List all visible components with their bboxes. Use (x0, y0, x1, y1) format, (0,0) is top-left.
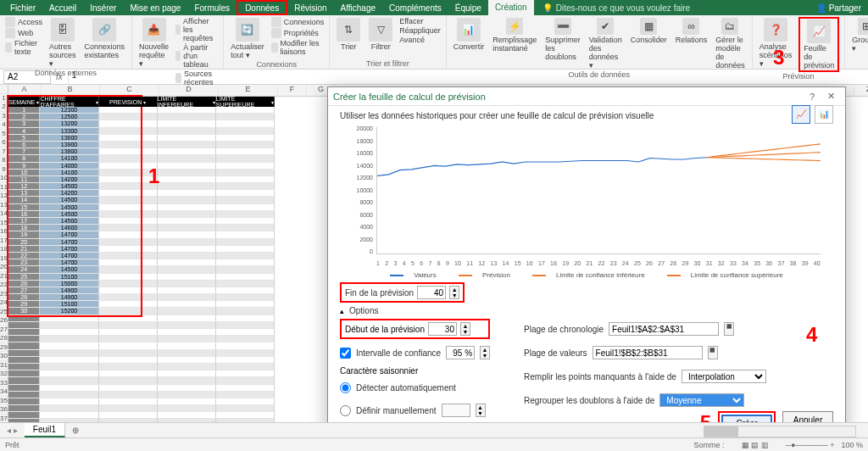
dialog-description: Utiliser les données historiques pour cr… (340, 111, 833, 120)
refresh-icon: 🔄 (236, 18, 259, 42)
formula-bar: A2 fx 1 (0, 70, 868, 85)
horizontal-scrollbar[interactable] (704, 426, 856, 437)
btn-supprimer-doublons[interactable]: ➖Supprimer les doublons (543, 17, 582, 62)
btn-gerer-modele[interactable]: 🗂Gérer le modèle de données (714, 17, 747, 70)
status-sum: Somme : (694, 441, 725, 449)
annotation-3: 3 (773, 46, 784, 70)
btn-validation[interactable]: ✔Validation des données ▾ (587, 17, 624, 70)
sort-icon: ⇅ (337, 18, 360, 42)
btn-afficher-requetes[interactable]: Afficher les requêtes (175, 17, 218, 42)
btn-fichier-texte[interactable]: Fichier texte (5, 39, 42, 56)
btn-consolider[interactable]: ▦Consolider (629, 17, 669, 45)
options-label[interactable]: Options (349, 306, 378, 315)
remplir-label: Remplir les points manquants à l'aide de (524, 372, 676, 381)
btn-reappliquer[interactable]: Réappliquer (399, 26, 441, 35)
btn-connexions-existantes[interactable]: 🔗Connexions existantes (83, 17, 127, 60)
btn-relations[interactable]: ∞Relations (674, 17, 709, 45)
tab-fichier[interactable]: Fichier (3, 0, 42, 15)
chart-legend: Valeurs Prévision Limite de confiance in… (340, 271, 833, 279)
intervalle-input[interactable] (446, 346, 475, 359)
btn-actualiser-tout[interactable]: 🔄Actualiser tout ▾ (229, 17, 266, 60)
btn-nouvelle-requete[interactable]: 📥Nouvelle requête ▾ (137, 17, 170, 69)
detect-auto-label: Détecter automatiquement (356, 383, 456, 393)
valeurs-picker[interactable]: ▦ (708, 346, 718, 359)
btn-trier[interactable]: ⇅Trier (335, 17, 362, 52)
sheet-nav[interactable]: ◂ ▸ (0, 426, 25, 435)
tab-mise-en-page[interactable]: Mise en page (123, 0, 187, 15)
btn-recent-sources[interactable]: Sources récentes (175, 70, 218, 86)
fin-prevision-input[interactable] (417, 286, 446, 299)
chrono-input[interactable] (609, 322, 719, 336)
btn-effacer[interactable]: Effacer (399, 17, 441, 25)
zoom-slider[interactable]: ─●────── + (786, 441, 835, 449)
btn-proprietes[interactable]: Propriétés (271, 28, 325, 38)
definir-manuel-radio[interactable] (340, 405, 351, 416)
bulb-icon: 💡 (542, 3, 553, 13)
tab-creation[interactable]: Création (488, 0, 534, 15)
definir-manuel-input[interactable] (442, 404, 470, 417)
filter-icon: ▽ (369, 18, 392, 42)
btn-avance[interactable]: Avancé (399, 36, 441, 44)
tab-revision[interactable]: Révision (287, 0, 333, 15)
chart-type-column-button[interactable]: 📊 (815, 105, 833, 124)
fin-prevision-spinner[interactable]: ▲▼ (449, 286, 459, 299)
tab-equipe[interactable]: Équipe (448, 0, 488, 15)
tab-donnees[interactable]: Données (236, 0, 287, 15)
chrono-picker[interactable]: ▦ (724, 322, 734, 336)
tab-formules[interactable]: Formules (187, 0, 236, 15)
tab-affichage[interactable]: Affichage (334, 0, 383, 15)
status-bar: Prêt Somme : ▦ ▤ ▥ ─●────── + 100 % (0, 437, 868, 451)
zoom-level[interactable]: 100 % (841, 441, 863, 449)
intervalle-checkbox[interactable] (340, 348, 351, 359)
ribbon: Access Web Fichier texte 🗄Autres sources… (0, 15, 868, 70)
intervalle-label: Intervalle de confiance (356, 348, 441, 358)
btn-connexions[interactable]: Connexions (271, 17, 325, 27)
btn-convertir[interactable]: 📊Convertir (452, 17, 487, 52)
dialog-title: Créer la feuille de calcul de prévision (333, 92, 486, 102)
data-validation-icon: ✔ (597, 18, 614, 35)
dialog-help-button[interactable]: ? (803, 92, 821, 102)
valeurs-label: Plage de valeurs (524, 348, 587, 358)
btn-grouper[interactable]: ⊞Grouper ▾ (850, 17, 868, 53)
add-sheet-button[interactable]: ⊕ (65, 424, 86, 437)
group-label-conn: Connexions (256, 60, 297, 70)
btn-autres-sources[interactable]: 🗄Autres sources ▾ (47, 17, 78, 69)
tab-insertion[interactable]: Insérer (83, 0, 123, 15)
properties-icon (271, 28, 281, 38)
data-table[interactable]: SEMAINECHIFFRE D'AFFAIRESPREVISIONLIMITE… (8, 97, 275, 433)
intervalle-spinner[interactable]: ▲▼ (480, 346, 490, 359)
btn-from-table[interactable]: À partir d'un tableau (175, 43, 218, 69)
tell-me-search[interactable]: 💡Dites-nous ce que vous voulez faire (542, 0, 690, 15)
share-button[interactable]: 👤Partager (816, 3, 861, 13)
btn-feuille-prevision[interactable]: 📈Feuille de prévision (802, 19, 836, 70)
fin-prevision-label: Fin de la prévision (345, 288, 414, 298)
view-buttons[interactable]: ▦ ▤ ▥ (742, 441, 769, 449)
tab-accueil[interactable]: Accueil (42, 0, 83, 15)
remplir-select[interactable]: Interpolation (682, 370, 766, 383)
btn-remplissage[interactable]: ⚡Remplissage instantané (491, 17, 538, 53)
forecast-chart: 2000018000160001400012000100008000600040… (349, 125, 824, 270)
btn-modifier-liaisons[interactable]: Modifier les liaisons (271, 39, 325, 56)
detect-auto-radio[interactable] (340, 382, 351, 393)
chart-type-line-button[interactable]: 📈 (792, 105, 810, 124)
dialog-close-button[interactable]: ✕ (821, 91, 840, 102)
share-icon: 👤 (816, 3, 826, 13)
flash-fill-icon: ⚡ (506, 18, 523, 35)
row-headers[interactable]: 1234567891011121314151617181920212223242… (0, 85, 8, 432)
group-label-tools: Outils de données (568, 70, 630, 80)
show-queries-icon (175, 25, 181, 35)
btn-access[interactable]: Access (5, 17, 42, 27)
btn-filtrer[interactable]: ▽Filtrer (367, 17, 394, 52)
existing-conn-icon: 🔗 (92, 18, 116, 42)
data-model-icon: 🗂 (721, 18, 738, 35)
debut-prevision-input[interactable] (428, 322, 457, 336)
debut-prevision-spinner[interactable]: ▲▼ (460, 322, 470, 336)
tab-complements[interactable]: Compléments (382, 0, 448, 15)
btn-web[interactable]: Web (5, 28, 42, 38)
sheet-tab-feuil1[interactable]: Feuil1 (25, 423, 65, 437)
web-icon (5, 28, 15, 38)
forecast-sheet-icon: 📈 (807, 19, 831, 43)
definir-spinner[interactable]: ▲▼ (476, 404, 486, 417)
regrouper-select[interactable]: Moyenne (659, 393, 744, 407)
valeurs-input[interactable] (593, 346, 703, 359)
